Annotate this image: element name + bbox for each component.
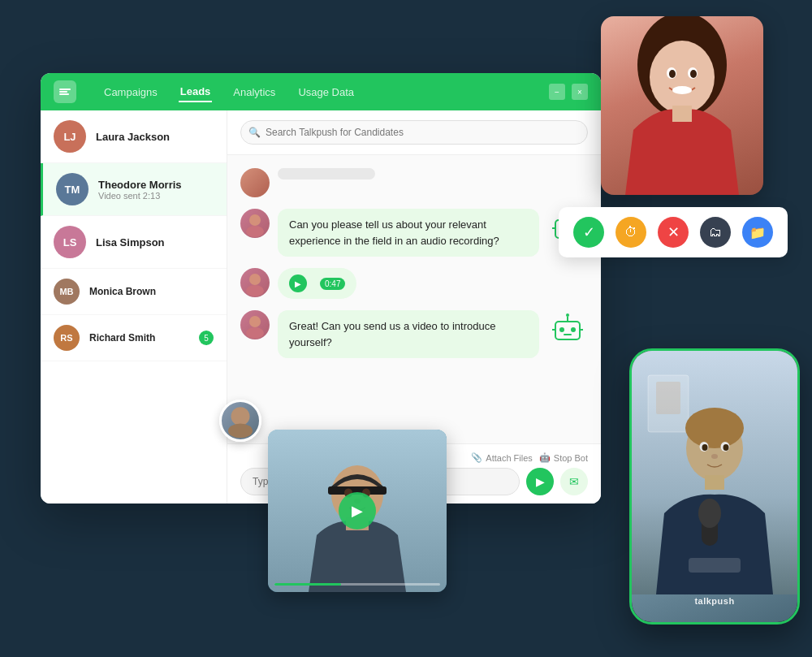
search-icon: 🔍 (248, 127, 261, 138)
search-bar: 🔍 (227, 110, 601, 155)
message-bubble-placeholder (278, 168, 375, 179)
avatar: TM (56, 173, 89, 205)
svg-point-14 (246, 285, 264, 296)
svg-point-15 (249, 316, 261, 327)
video-card[interactable]: ▶ (268, 430, 447, 592)
svg-point-18 (559, 327, 564, 332)
nav-minimize-icon[interactable]: − (549, 84, 565, 100)
archive-button[interactable]: 🗂 (700, 217, 731, 248)
sidebar-contact-monica[interactable]: MB Monica Brown (41, 269, 227, 315)
nav-usage-data[interactable]: Usage Data (296, 83, 356, 102)
user-avatar (240, 168, 270, 197)
svg-point-4 (246, 226, 264, 237)
approve-button[interactable]: ✓ (573, 217, 604, 248)
svg-rect-44 (656, 382, 680, 414)
small-avatar (219, 400, 261, 442)
svg-rect-55 (689, 558, 741, 573)
svg-point-26 (650, 41, 715, 114)
svg-point-22 (566, 313, 569, 317)
phone-app-logo: talkpush (694, 596, 734, 606)
nav-analytics[interactable]: Analytics (231, 83, 277, 102)
svg-rect-20 (564, 334, 572, 335)
contact-name: Monica Brown (89, 286, 214, 297)
phone-mockup: talkpush (629, 348, 800, 625)
svg-point-27 (672, 86, 692, 94)
avatar: LS (54, 226, 86, 258)
svg-point-30 (669, 70, 676, 78)
svg-point-31 (690, 70, 697, 78)
svg-point-3 (249, 214, 261, 226)
message-row-bot1: Can you please tell us about your releva… (240, 209, 588, 257)
candidate-photo-top (601, 16, 763, 195)
sidebar-contact-theodore[interactable]: TM Theodore Morris Video sent 2:13 (41, 163, 227, 216)
folder-button[interactable]: 📁 (742, 217, 773, 248)
svg-rect-32 (672, 106, 692, 122)
nav-bar: Campaigns Leads Analytics Usage Data − × (41, 73, 601, 110)
svg-point-51 (711, 454, 718, 459)
sidebar: LJ Laura Jackson TM Theodore Morris Vide… (41, 110, 227, 504)
sidebar-contact-lisa[interactable]: LS Lisa Simpson (41, 216, 227, 269)
sidebar-contact-laura[interactable]: LJ Laura Jackson (41, 110, 227, 163)
sidebar-contact-richard[interactable]: RS Richard Smith 5 (41, 315, 227, 361)
stop-label: Stop Bot (554, 453, 588, 463)
svg-rect-17 (555, 322, 580, 339)
svg-point-46 (685, 408, 744, 448)
message-bubble-bot1: Can you please tell us about your releva… (278, 209, 539, 257)
audio-duration: 0:47 (320, 278, 345, 290)
app-logo[interactable] (54, 80, 76, 103)
contact-name: Laura Jackson (96, 131, 214, 143)
play-button[interactable]: ▶ (289, 274, 307, 292)
video-progress-fill (274, 583, 341, 586)
svg-rect-0 (59, 89, 71, 90)
contact-name: Lisa Simpson (96, 236, 214, 249)
message-row (240, 168, 588, 197)
svg-point-50 (723, 444, 729, 451)
nav-campaigns[interactable]: Campaigns (102, 83, 159, 102)
svg-point-19 (571, 327, 576, 332)
message-row-audio: ▶ 0:47 (240, 268, 588, 299)
reject-button[interactable]: ✕ (658, 217, 689, 248)
avatar: MB (54, 279, 80, 305)
email-button[interactable]: ✉ (560, 468, 588, 495)
svg-point-16 (246, 327, 264, 339)
send-button[interactable]: ▶ (526, 468, 554, 495)
search-input[interactable] (240, 120, 588, 145)
user-avatar-bot2 (240, 310, 270, 339)
nav-icons: − × (549, 84, 588, 100)
avatar: RS (54, 325, 80, 351)
video-play-button[interactable]: ▶ (339, 492, 376, 529)
svg-point-13 (249, 274, 261, 285)
attach-files-button[interactable]: 📎 Attach Files (471, 452, 532, 463)
nav-close-icon[interactable]: × (572, 84, 588, 100)
user-avatar (240, 209, 270, 238)
phone-screen: talkpush (632, 351, 797, 622)
attach-icon: 📎 (471, 452, 482, 463)
bot-icon-2 (547, 310, 588, 348)
contact-name: Richard Smith (89, 332, 189, 344)
nav-leads[interactable]: Leads (179, 82, 213, 102)
schedule-button[interactable]: ⏱ (615, 217, 646, 248)
stop-icon: 🤖 (539, 452, 551, 463)
message-row-bot2: Great! Can you send us a video to introd… (240, 310, 588, 358)
svg-rect-2 (59, 93, 69, 95)
contact-name: Theodore Morris (98, 179, 214, 191)
svg-point-54 (698, 499, 721, 528)
svg-point-40 (231, 407, 250, 426)
video-progress-bar (274, 583, 440, 586)
avatar: LJ (54, 120, 86, 153)
svg-point-49 (702, 444, 708, 451)
svg-rect-52 (705, 475, 724, 490)
contact-sub: Video sent 2:13 (98, 191, 214, 201)
stop-bot-button[interactable]: 🤖 Stop Bot (539, 452, 588, 463)
audio-message[interactable]: ▶ 0:47 (278, 268, 356, 299)
svg-point-41 (228, 424, 253, 439)
user-avatar-audio (240, 268, 270, 297)
chat-messages: Can you please tell us about your releva… (227, 155, 601, 443)
attach-label: Attach Files (486, 453, 532, 463)
svg-rect-1 (59, 91, 67, 93)
message-bubble-bot2: Great! Can you send us a video to introd… (278, 310, 539, 358)
unread-badge: 5 (199, 331, 214, 345)
action-buttons-card: ✓ ⏱ ✕ 🗂 📁 (559, 207, 788, 257)
